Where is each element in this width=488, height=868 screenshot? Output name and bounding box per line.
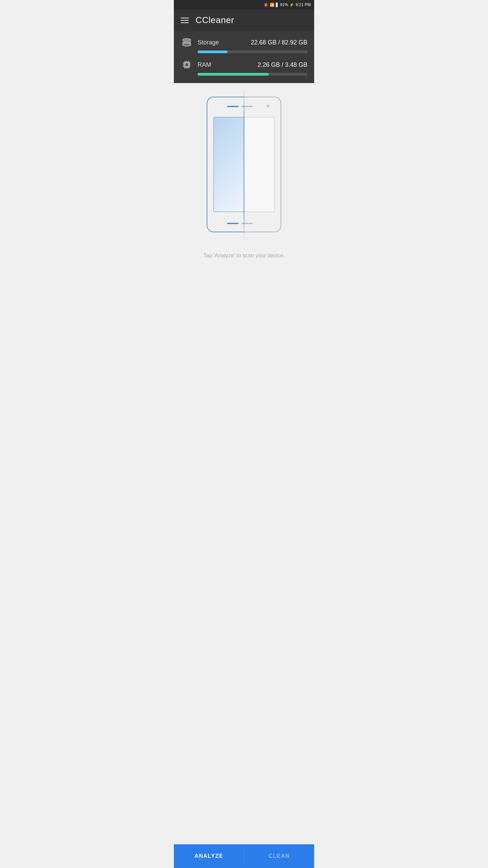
svg-rect-6 xyxy=(185,63,188,66)
ram-bar-background xyxy=(198,73,307,76)
header: CCleaner xyxy=(174,9,314,31)
ram-bar-fill xyxy=(198,73,269,76)
status-icons: 🔇 📶 ▋ 91% ⚡ 9:21 PM xyxy=(264,2,311,7)
storage-stat-header: Storage 22.68 GB / 82.92 GB xyxy=(181,37,307,48)
phone-illustration xyxy=(207,97,281,232)
storage-label: Storage xyxy=(198,39,251,46)
speaker-bar-blue xyxy=(227,106,239,107)
status-bar: 🔇 📶 ▋ 91% ⚡ 9:21 PM xyxy=(174,0,314,9)
ram-label: RAM xyxy=(198,61,258,68)
scan-line xyxy=(244,86,244,242)
svg-point-4 xyxy=(183,43,191,46)
speaker-bar-gray xyxy=(241,106,253,107)
storage-bar-fill xyxy=(198,51,227,53)
time-text: 9:21 PM xyxy=(296,2,311,7)
phone-screen-gray xyxy=(244,117,274,212)
menu-button[interactable] xyxy=(181,18,189,23)
wifi-icon: 📶 xyxy=(270,3,274,7)
app-title: CCleaner xyxy=(196,15,234,25)
analyze-button[interactable]: ANALYZE xyxy=(174,844,244,868)
charging-icon: ⚡ xyxy=(289,3,294,7)
signal-icon: ▋ xyxy=(276,3,279,7)
cpu-icon xyxy=(181,59,193,70)
camera-dot xyxy=(267,105,269,107)
action-bar: ANALYZE CLEAN xyxy=(174,844,314,868)
home-bar-gray xyxy=(241,223,253,224)
stats-section: Storage 22.68 GB / 82.92 GB xyxy=(174,31,314,83)
mute-icon: 🔇 xyxy=(264,3,268,7)
storage-icon xyxy=(181,37,193,48)
clean-button[interactable]: CLEAN xyxy=(244,844,314,868)
phone-screen-blue xyxy=(214,117,244,212)
ram-value: 2.26 GB / 3.48 GB xyxy=(258,61,307,68)
home-bar-blue xyxy=(227,223,239,224)
instruction-text: Tap 'Analyze' to scan your device. xyxy=(203,253,285,259)
main-content: Tap 'Analyze' to scan your device. xyxy=(174,83,314,844)
ram-stat-header: RAM 2.26 GB / 3.48 GB xyxy=(181,59,307,70)
storage-stat-row: Storage 22.68 GB / 82.92 GB xyxy=(181,37,307,53)
storage-bar-background xyxy=(198,51,307,53)
battery-text: 91% xyxy=(280,2,288,7)
storage-value: 22.68 GB / 82.92 GB xyxy=(251,39,307,46)
ram-stat-row: RAM 2.26 GB / 3.48 GB xyxy=(181,59,307,76)
